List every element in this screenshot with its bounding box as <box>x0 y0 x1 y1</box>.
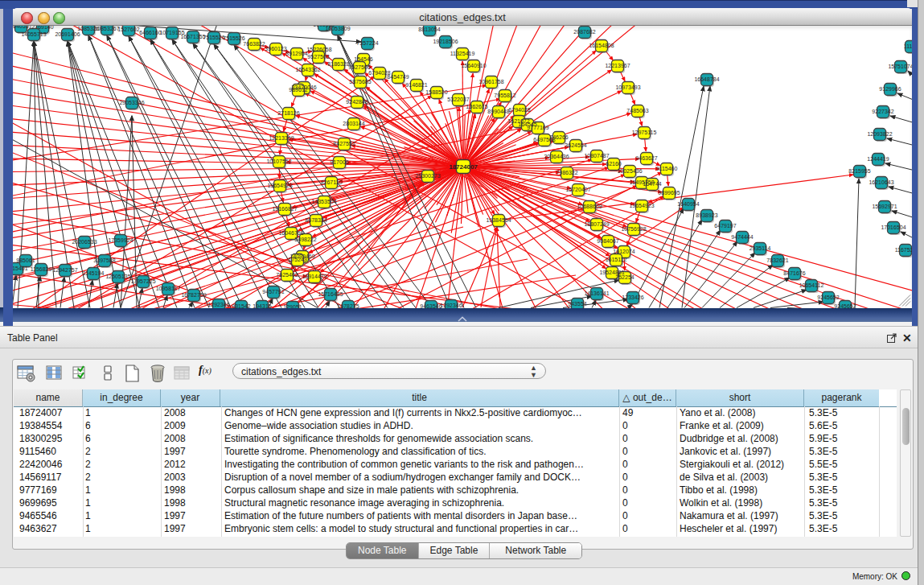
svg-text:9899695: 9899695 <box>658 190 680 196</box>
svg-text:917006: 917006 <box>330 159 348 165</box>
svg-text:16046766: 16046766 <box>278 230 303 236</box>
svg-text:17359924: 17359924 <box>108 237 133 243</box>
svg-text:16210643: 16210643 <box>869 179 893 185</box>
svg-text:19218506: 19218506 <box>433 39 458 44</box>
svg-text:10025436: 10025436 <box>617 168 642 174</box>
svg-text:175243: 175243 <box>288 257 306 262</box>
svg-text:6479197: 6479197 <box>714 223 736 229</box>
svg-text:9242848: 9242848 <box>346 99 368 105</box>
svg-text:9474444: 9474444 <box>731 234 753 240</box>
svg-text:16543362: 16543362 <box>295 67 320 72</box>
svg-text:9777169: 9777169 <box>527 125 548 130</box>
svg-text:10853267: 10853267 <box>94 26 119 31</box>
svg-text:12505135: 12505135 <box>105 274 130 279</box>
svg-text:985061: 985061 <box>16 257 35 263</box>
svg-text:25300273: 25300273 <box>415 173 440 179</box>
svg-text:1612074: 1612074 <box>613 249 634 254</box>
svg-text:15692971: 15692971 <box>872 204 897 209</box>
svg-text:8454749: 8454749 <box>387 74 409 80</box>
svg-text:19384554: 19384554 <box>486 217 511 223</box>
svg-text:12213967: 12213967 <box>605 63 630 68</box>
svg-text:9146821: 9146821 <box>405 82 427 88</box>
svg-text:7625402: 7625402 <box>276 272 298 278</box>
svg-text:19654923: 19654923 <box>629 203 654 208</box>
svg-text:16053809: 16053809 <box>325 26 350 31</box>
svg-text:194315: 194315 <box>253 303 271 308</box>
svg-text:16782759: 16782759 <box>181 292 206 298</box>
svg-text:11172: 11172 <box>904 43 912 49</box>
svg-text:6794028: 6794028 <box>508 107 530 113</box>
svg-text:8938923: 8938923 <box>696 212 717 218</box>
svg-text:129051: 129051 <box>283 304 302 308</box>
svg-text:3915401: 3915401 <box>13 266 28 271</box>
svg-text:17016504: 17016504 <box>881 225 906 230</box>
svg-text:1588520: 1588520 <box>425 89 447 95</box>
svg-text:7986322: 7986322 <box>556 170 577 175</box>
svg-text:15720407: 15720407 <box>565 187 590 192</box>
svg-text:10961758: 10961758 <box>478 79 503 84</box>
svg-text:943554: 943554 <box>568 301 586 307</box>
svg-text:12975115: 12975115 <box>632 130 657 135</box>
svg-text:931542: 931542 <box>232 303 250 308</box>
svg-text:1678275: 1678275 <box>337 303 359 308</box>
svg-text:9245652: 9245652 <box>834 303 856 308</box>
svg-text:5875685: 5875685 <box>349 79 371 84</box>
svg-text:7663822: 7663822 <box>243 41 265 47</box>
svg-text:20691406: 20691406 <box>55 31 80 37</box>
svg-text:7515526: 7515526 <box>223 35 244 41</box>
svg-text:8813054: 8813054 <box>418 27 440 32</box>
svg-text:7955812: 7955812 <box>494 93 515 98</box>
svg-text:7485063: 7485063 <box>626 108 648 113</box>
svg-text:10654112: 10654112 <box>799 282 824 288</box>
svg-text:14136141: 14136141 <box>584 290 609 296</box>
svg-text:7357224: 7357224 <box>356 40 378 46</box>
svg-text:2803144: 2803144 <box>343 121 364 126</box>
svg-text:8215955: 8215955 <box>848 168 870 174</box>
svg-text:1167533: 1167533 <box>895 247 912 253</box>
svg-text:7515526: 7515526 <box>203 35 224 40</box>
svg-text:1244419: 1244419 <box>867 156 889 162</box>
svg-text:154546: 154546 <box>354 56 372 62</box>
svg-text:10958117: 10958117 <box>156 286 181 291</box>
svg-text:3397588: 3397588 <box>93 257 115 263</box>
svg-text:1733426: 1733426 <box>622 295 643 300</box>
svg-text:746266: 746266 <box>549 134 568 140</box>
svg-text:14353504: 14353504 <box>311 199 336 204</box>
svg-text:8186328: 8186328 <box>327 61 349 67</box>
svg-text:16671355: 16671355 <box>180 34 205 39</box>
svg-text:1527602: 1527602 <box>117 27 139 32</box>
svg-text:3960123: 3960123 <box>265 46 286 51</box>
svg-text:9457791: 9457791 <box>262 289 284 295</box>
svg-text:20206533: 20206533 <box>72 239 97 245</box>
svg-text:16648784: 16648784 <box>694 76 719 82</box>
svg-text:8267110: 8267110 <box>321 179 343 185</box>
svg-text:11325419: 11325419 <box>450 51 475 56</box>
svg-text:9115460: 9115460 <box>656 166 678 171</box>
svg-text:1362615: 1362615 <box>466 104 487 109</box>
svg-text:10688609: 10688609 <box>577 204 602 209</box>
svg-text:1292346: 1292346 <box>440 303 462 308</box>
svg-text:17957225: 17957225 <box>130 278 155 284</box>
svg-text:9463546: 9463546 <box>420 303 441 308</box>
svg-text:8471676: 8471676 <box>783 270 805 276</box>
svg-text:1640954: 1640954 <box>677 201 699 207</box>
svg-text:15226058: 15226058 <box>306 47 331 52</box>
svg-text:29053346: 29053346 <box>119 100 144 105</box>
svg-text:2087682: 2087682 <box>573 29 595 35</box>
svg-text:3624554: 3624554 <box>565 142 586 148</box>
svg-text:7832621: 7832621 <box>766 257 788 263</box>
svg-text:9227342: 9227342 <box>872 109 893 114</box>
svg-text:15640910: 15640910 <box>461 63 486 68</box>
svg-text:9527503: 9527503 <box>307 54 329 60</box>
svg-text:9129966: 9129966 <box>879 86 901 92</box>
svg-text:8990448: 8990448 <box>487 109 509 114</box>
svg-text:989612: 989612 <box>289 87 307 93</box>
svg-text:18724007: 18724007 <box>449 163 478 171</box>
svg-text:10807487: 10807487 <box>584 153 609 159</box>
svg-text:1145194: 1145194 <box>83 270 105 276</box>
svg-text:5498222: 5498222 <box>294 237 316 242</box>
svg-text:16914479: 16914479 <box>302 274 326 279</box>
svg-text:12213369: 12213369 <box>269 135 294 141</box>
svg-text:9245652: 9245652 <box>817 295 839 300</box>
svg-text:12942757: 12942757 <box>52 267 77 273</box>
